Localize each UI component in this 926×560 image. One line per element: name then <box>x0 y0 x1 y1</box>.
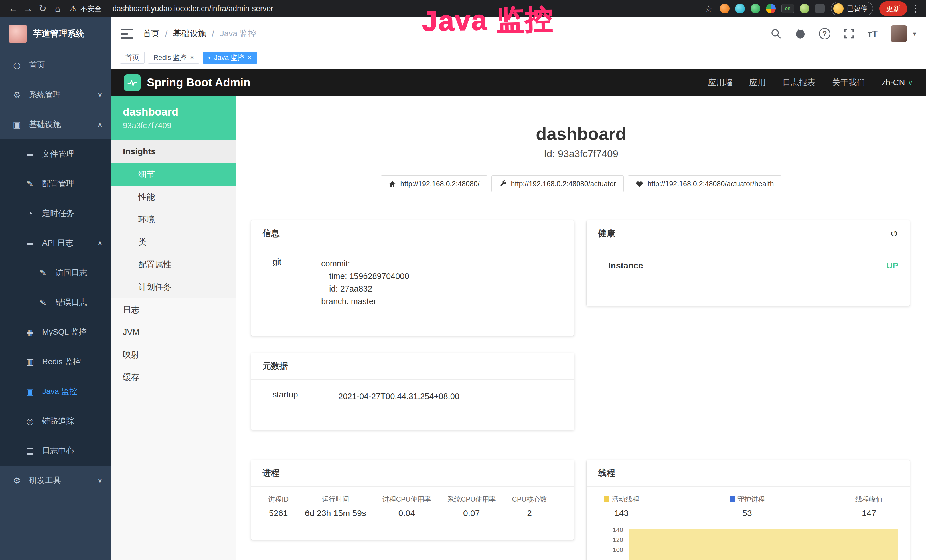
wrench-icon <box>499 180 507 188</box>
tag-tabs: 首页 Redis 监控 × ● Java 监控 × <box>111 50 926 65</box>
paused-label: 已暂停 <box>847 4 867 13</box>
sidebar-group-api-logs[interactable]: ▤ API 日志 ∧ <box>0 228 111 258</box>
extensions-puzzle-icon[interactable] <box>815 4 825 14</box>
site-security[interactable]: ⚠ 不安全 <box>70 4 101 14</box>
sidebar-toggle-icon[interactable] <box>121 29 133 39</box>
stat-label: 系统CPU使用率 <box>447 495 496 504</box>
stat-value: 0.04 <box>383 509 431 518</box>
browser-update-button[interactable]: 更新 <box>879 2 907 16</box>
app-title: 芋道管理系统 <box>33 28 85 40</box>
sba-item-config-props[interactable]: 配置属性 <box>111 253 236 276</box>
sba-item-mappings[interactable]: 映射 <box>111 344 236 366</box>
extension-icon-grid[interactable] <box>766 4 776 14</box>
sba-nav-journal[interactable]: 日志报表 <box>782 77 816 88</box>
fullscreen-icon[interactable] <box>844 28 855 39</box>
sidebar-item-home[interactable]: ◷ 首页 <box>0 50 111 80</box>
sidebar-item-label: 研发工具 <box>29 475 61 486</box>
sidebar-item-mysql-monitor[interactable]: ▦ MySQL 监控 <box>0 317 111 347</box>
sidebar-item-label: MySQL 监控 <box>42 327 87 338</box>
cards-area: 信息 git commit: time: 1596289704000 id: 2… <box>236 192 926 560</box>
sba-nav-wallboard[interactable]: 应用墙 <box>708 77 732 88</box>
forward-icon[interactable]: → <box>21 3 35 14</box>
back-icon[interactable]: ← <box>6 3 21 14</box>
extension-icon-leaf[interactable] <box>800 4 809 14</box>
git-commit-id: id: 27aa832 <box>321 282 409 295</box>
extension-icon-fox[interactable] <box>720 4 729 14</box>
home-icon[interactable]: ⌂ <box>50 3 65 14</box>
extension-icon-drop[interactable] <box>735 4 745 14</box>
layers-icon: ▥ <box>24 357 35 367</box>
user-avatar[interactable] <box>891 26 907 42</box>
history-icon[interactable]: ↺ <box>890 228 899 239</box>
sidebar-item-log-center[interactable]: ▤ 日志中心 <box>0 436 111 466</box>
profile-paused-badge[interactable]: 已暂停 <box>831 2 873 15</box>
sidebar-item-scheduled-jobs[interactable]: ◔ 定时任务 <box>0 198 111 228</box>
sba-nav-applications[interactable]: 应用 <box>749 77 766 88</box>
sba-item-scheduled-tasks[interactable]: 计划任务 <box>111 276 236 298</box>
process-card-title: 进程 <box>251 460 574 487</box>
sba-nav-about[interactable]: 关于我们 <box>832 77 865 88</box>
breadcrumb-separator: / <box>165 29 167 38</box>
extension-on-badge[interactable]: on <box>781 4 794 14</box>
threads-card: 线程 活动线程 143 守护进程 53 <box>587 460 910 560</box>
sidebar-group-dev-tools[interactable]: ⚙ 研发工具 ∨ <box>0 466 111 495</box>
tab-redis-monitor[interactable]: Redis 监控 × <box>148 51 199 64</box>
metadata-row: startup 2021-04-27T00:44:31.254+08:00 <box>262 390 563 410</box>
stat-value: 5261 <box>268 509 289 518</box>
sba-frame: Spring Boot Admin 应用墙 应用 日志报表 关于我们 zh-CN… <box>111 69 926 560</box>
legend-live-threads[interactable]: 活动线程 143 <box>604 495 639 518</box>
sba-item-caches[interactable]: 缓存 <box>111 366 236 389</box>
sidebar-item-config-manage[interactable]: ✎ 配置管理 <box>0 169 111 198</box>
github-icon[interactable] <box>794 28 806 39</box>
chevron-up-icon: ∧ <box>97 239 102 247</box>
app-logo[interactable]: 芋道管理系统 <box>0 17 111 50</box>
sidebar-item-java-monitor[interactable]: ▣ Java 监控 <box>0 377 111 406</box>
sba-main: dashboard Id: 93a3fc7f7409 http://192.16… <box>236 96 926 560</box>
browser-menu-icon[interactable]: ⋮ <box>911 3 920 14</box>
extension-icon-green[interactable] <box>750 4 760 14</box>
sba-item-environment[interactable]: 环境 <box>111 208 236 231</box>
sidebar-item-label: Java 监控 <box>42 386 77 397</box>
legend-daemon-threads[interactable]: 守护进程 53 <box>729 495 765 518</box>
instance-health-link[interactable]: http://192.168.0.2:48080/actuator/health <box>628 176 781 192</box>
font-size-icon[interactable]: тT <box>867 29 878 39</box>
tab-close-icon[interactable]: × <box>190 54 194 61</box>
threads-legend: 活动线程 143 守护进程 53 线程峰值 <box>587 487 910 518</box>
sidebar-group-infrastructure[interactable]: ▣ 基础设施 ∧ <box>0 109 111 139</box>
tab-home[interactable]: 首页 <box>120 51 145 64</box>
sba-item-jvm[interactable]: JVM <box>111 321 236 344</box>
sidebar-item-tracing[interactable]: ◎ 链路追踪 <box>0 406 111 436</box>
sidebar-group-system[interactable]: ⚙ 系统管理 ∨ <box>0 80 111 109</box>
sba-item-details[interactable]: 细节 <box>111 163 236 186</box>
address-url[interactable]: dashboard.yudao.iocoder.cn/infra/admin-s… <box>112 4 273 13</box>
sidebar-item-error-logs[interactable]: ✎ 错误日志 <box>0 288 111 317</box>
sba-nav-links: 应用墙 应用 日志报表 关于我们 zh-CN ∨ <box>708 77 913 88</box>
sidebar-item-redis-monitor[interactable]: ▥ Redis 监控 <box>0 347 111 377</box>
instance-home-link[interactable]: http://192.168.0.2:48080/ <box>381 176 487 192</box>
health-instance-row[interactable]: Instance UP <box>598 257 898 279</box>
sba-item-logs[interactable]: 日志 <box>111 298 236 321</box>
sba-item-metrics[interactable]: 性能 <box>111 186 236 208</box>
sidebar-item-file-manage[interactable]: ▤ 文件管理 <box>0 139 111 169</box>
info-key: git <box>272 257 321 307</box>
sidebar-item-access-logs[interactable]: ✎ 访问日志 <box>0 258 111 288</box>
sba-item-classes[interactable]: 类 <box>111 231 236 253</box>
search-icon[interactable] <box>770 28 781 39</box>
database-icon: ▦ <box>24 327 35 337</box>
sidebar-item-label: 日志中心 <box>42 445 74 456</box>
reload-icon[interactable]: ↻ <box>35 3 50 14</box>
breadcrumb-item[interactable]: 基础设施 <box>173 28 206 39</box>
tab-close-icon[interactable]: × <box>248 54 251 61</box>
sba-locale-select[interactable]: zh-CN ∨ <box>882 78 913 87</box>
tab-java-monitor[interactable]: ● Java 监控 × <box>203 51 257 64</box>
breadcrumb-item[interactable]: 首页 <box>143 28 159 39</box>
sba-brand-title[interactable]: Spring Boot Admin <box>147 76 250 89</box>
instance-actuator-link[interactable]: http://192.168.0.2:48080/actuator <box>492 176 624 192</box>
bookmark-star-icon[interactable]: ☆ <box>705 4 713 14</box>
breadcrumb-item-current: Java 监控 <box>220 28 256 39</box>
sba-logo-icon[interactable] <box>124 74 141 91</box>
breadcrumb-separator: / <box>212 29 214 38</box>
sba-instance-header[interactable]: dashboard 93a3fc7f7409 <box>111 96 236 140</box>
legend-value: 143 <box>604 509 639 518</box>
help-icon[interactable]: ? <box>819 28 831 39</box>
